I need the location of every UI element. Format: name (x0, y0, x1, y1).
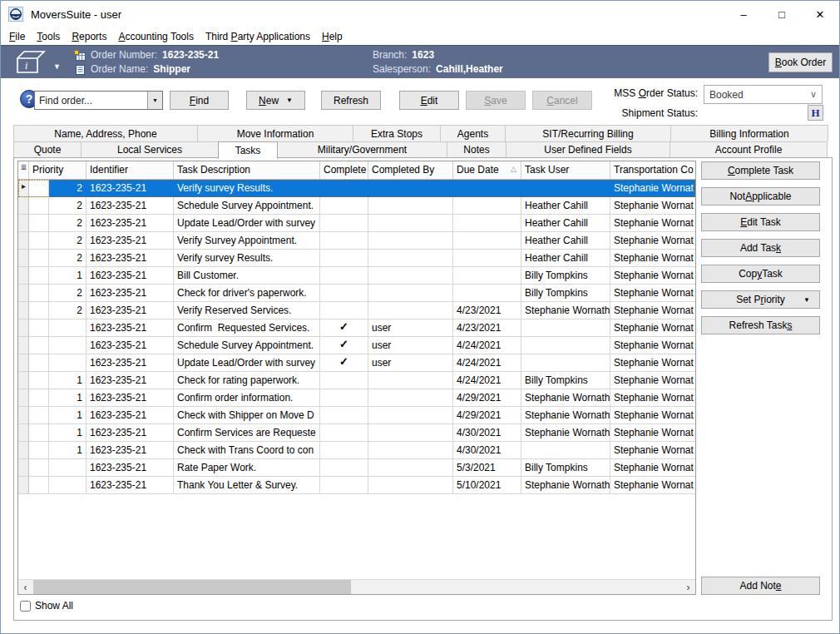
row-selector[interactable] (18, 477, 29, 494)
task-row[interactable]: 2 1623-235-21 Schedule Survey Appointmen… (18, 197, 695, 215)
task-row[interactable]: 1 1623-235-21 Bill Customer. Billy Tompk… (18, 267, 695, 285)
row-selector[interactable] (18, 197, 29, 215)
column-header-task-user[interactable]: Task User (521, 161, 610, 179)
complete-task-button[interactable]: Complete Task (701, 161, 820, 180)
new-button[interactable]: New ▼ (246, 91, 305, 110)
menu-third-party-applications[interactable]: Third Party Applications (200, 29, 316, 44)
row-selector[interactable] (18, 354, 29, 372)
row-selector[interactable] (18, 389, 29, 407)
find-button[interactable]: Find (170, 91, 229, 110)
task-row[interactable]: 1 1623-235-21 Confirm order information.… (18, 389, 695, 407)
tab-quote[interactable]: Quote (13, 141, 82, 158)
horizontal-scrollbar[interactable]: ‹ › (18, 579, 695, 594)
task-row[interactable]: ▸ 2 1623-235-21 Verify survey Results. S… (18, 180, 695, 197)
find-order-dropdown-button[interactable]: ▼ (147, 92, 162, 109)
row-selector[interactable] (18, 459, 29, 477)
set-priority-button[interactable]: Set Priority ▼ (701, 290, 820, 309)
row-selector[interactable] (18, 424, 29, 442)
new-dropdown-icon[interactable]: ▼ (286, 97, 293, 104)
tab-move-information[interactable]: Move Information (197, 125, 353, 141)
order-menu-dropdown-icon[interactable]: ▼ (53, 62, 61, 71)
task-row[interactable]: 1623-235-21 Schedule Survey Appointment.… (18, 337, 695, 354)
add-note-button[interactable]: Add Note (701, 577, 820, 595)
column-header-task-description[interactable]: Task Description (174, 161, 320, 179)
refresh-tasks-button[interactable]: Refresh Tasks (701, 316, 820, 334)
task-row[interactable]: 1 1623-235-21 Check with Trans Coord to … (18, 442, 695, 459)
row-selector[interactable] (18, 285, 29, 302)
row-selector[interactable] (18, 337, 29, 354)
edit-task-button[interactable]: Edit Task (701, 213, 820, 231)
tab-user-defined-fields[interactable]: User Defined Fields (506, 141, 670, 158)
not-applicable-button[interactable]: Not Applicable (701, 187, 820, 206)
tab-name-address-phone[interactable]: Name, Address, Phone (13, 125, 198, 141)
tab-agents[interactable]: Agents (440, 125, 506, 141)
task-row[interactable]: 1623-235-21 Update Lead/Order with surve… (18, 354, 695, 372)
row-selector[interactable] (18, 319, 29, 337)
find-order-input[interactable] (35, 92, 147, 109)
row-selector[interactable] (18, 372, 29, 389)
menu-reports[interactable]: Reports (66, 29, 112, 44)
order-name-value: Shipper (153, 62, 190, 77)
cell-transportation-co: Stephanie Wornat (610, 267, 695, 285)
scroll-right-icon[interactable]: › (681, 580, 695, 594)
task-row[interactable]: 1623-235-21 Rate Paper Work. 5/3/2021 Bi… (18, 459, 695, 477)
maximize-button[interactable]: □ (763, 1, 801, 27)
tab-local-services[interactable]: Local Services (81, 141, 219, 158)
column-header-due-date[interactable]: Due Date △ (453, 161, 521, 179)
refresh-button[interactable]: Refresh (321, 91, 381, 110)
menu-tools[interactable]: Tools (31, 29, 66, 44)
menu-accounting-tools[interactable]: Accounting Tools (112, 29, 200, 44)
tab-military-government[interactable]: Military/Government (277, 141, 447, 158)
task-row[interactable]: 2 1623-235-21 Verify Reserved Services. … (18, 302, 695, 319)
tab-notes[interactable]: Notes (447, 141, 506, 158)
task-row[interactable]: 2 1623-235-21 Update Lead/Order with sur… (18, 215, 695, 232)
show-all-checkbox[interactable] (20, 601, 31, 612)
moverssuite-logo-icon (10, 8, 22, 20)
row-selector[interactable] (18, 250, 29, 267)
row-selector[interactable] (18, 267, 29, 285)
task-row[interactable]: 1623-235-21 Thank You Letter & Survey. 5… (18, 477, 695, 494)
row-selector[interactable] (18, 215, 29, 232)
column-header-identifier[interactable]: Identifier (86, 161, 174, 179)
row-selector[interactable] (18, 232, 29, 250)
row-selector[interactable] (18, 302, 29, 319)
set-priority-dropdown-icon[interactable]: ▼ (803, 296, 810, 304)
task-row[interactable]: 1 1623-235-21 Check with Shipper on Move… (18, 407, 695, 424)
column-chooser-icon[interactable]: ≣ (18, 161, 29, 179)
cell-completed-by (368, 302, 453, 319)
task-row[interactable]: 2 1623-235-21 Check for driver's paperwo… (18, 285, 695, 302)
task-row[interactable]: 1 1623-235-21 Check for rating paperwork… (18, 372, 695, 389)
mss-order-status-select[interactable]: Booked ∨ (704, 85, 823, 104)
column-header-completed-by[interactable]: Completed By (368, 161, 453, 179)
cell-task-user (521, 442, 610, 459)
row-selector[interactable]: ▸ (18, 180, 29, 197)
shipment-status-history-button[interactable]: H (808, 105, 823, 121)
row-selector[interactable] (18, 442, 29, 459)
column-header-transportation-co[interactable]: Transportation Co (610, 161, 695, 179)
add-task-button[interactable]: Add Task (701, 239, 820, 257)
menu-help[interactable]: Help (316, 29, 348, 44)
edit-button[interactable]: Edit (399, 91, 459, 110)
tab-tasks[interactable]: Tasks (218, 141, 278, 159)
tab-billing-information[interactable]: Billing Information (670, 125, 828, 141)
close-button[interactable]: ✕ (801, 1, 839, 27)
column-header-complete[interactable]: Complete (320, 161, 368, 179)
menu-file[interactable]: File (3, 29, 31, 44)
svg-text:i: i (25, 60, 27, 72)
minimize-button[interactable]: – (724, 1, 763, 27)
column-header-priority[interactable]: Priority (29, 161, 86, 179)
scroll-left-icon[interactable]: ‹ (18, 580, 32, 594)
tab-extra-stops[interactable]: Extra Stops (353, 125, 441, 141)
tab-sit-recurring-billing[interactable]: SIT/Recurring Billing (505, 125, 671, 141)
task-row[interactable]: 2 1623-235-21 Verify Survey Appointment.… (18, 232, 695, 250)
book-order-button[interactable]: Book Order (768, 52, 833, 72)
order-info-folder-icon[interactable]: i (14, 49, 47, 78)
task-row[interactable]: 2 1623-235-21 Verify survey Results. Hea… (18, 250, 695, 267)
scrollbar-thumb[interactable] (33, 580, 351, 594)
copy-task-button[interactable]: Copy Task (701, 265, 820, 283)
cell-task-description: Update Lead/Order with survey (174, 354, 320, 372)
task-row[interactable]: 1 1623-235-21 Confirm Services are Reque… (18, 424, 695, 442)
row-selector[interactable] (18, 407, 29, 424)
tab-account-profile[interactable]: Account Profile (670, 141, 828, 158)
task-row[interactable]: 1623-235-21 Confirm Requested Services. … (18, 319, 695, 337)
